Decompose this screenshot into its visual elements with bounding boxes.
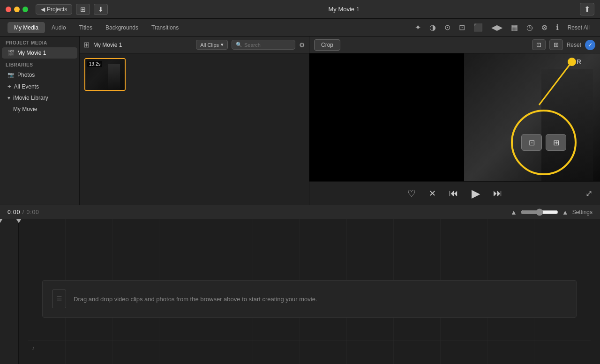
search-box: 🔍 [232, 40, 295, 50]
toolbar-icons: ✦ ◑ ⊙ ⊡ ⬛ ◀▶ ▦ ◷ ⊗ ℹ Reset All [412, 22, 592, 33]
volume-icon[interactable]: ◀▶ [489, 22, 505, 33]
settings-button[interactable]: Settings [572, 209, 592, 215]
sidebar-project-name: My Movie 1 [17, 50, 46, 56]
sidebar-item-my-movie[interactable]: My Movie [2, 104, 77, 115]
magic-wand-icon[interactable]: ✦ [412, 22, 423, 33]
drop-zone[interactable]: ☰ Drag and drop video clips and photos f… [42, 280, 577, 318]
tab-my-media[interactable]: My Media [8, 22, 45, 33]
fullscreen-button[interactable]: ⤢ [585, 188, 592, 199]
projects-label: Projects [47, 6, 67, 13]
play-icon: ▶ [472, 187, 480, 200]
sidebar-imovie-library-label: iMovie Library [13, 95, 48, 101]
speed-icon[interactable]: ◷ [524, 22, 535, 33]
photos-icon: 📷 [8, 72, 15, 78]
traffic-lights [6, 7, 28, 12]
tab-backgrounds[interactable]: Backgrounds [99, 22, 145, 33]
sidebar: PROJECT MEDIA 🎬 My Movie 1 LIBRARIES 📷 P… [0, 37, 80, 205]
sidebar-item-imovie-library[interactable]: ▾ iMovie Library [2, 92, 77, 104]
info-icon[interactable]: ℹ [554, 22, 561, 33]
sidebar-item-photos[interactable]: 📷 Photos [2, 69, 77, 81]
music-note-icon: ♪ [32, 345, 35, 351]
browser-header: ⊞ My Movie 1 All Clips ▾ 🔍 ⚙ [80, 37, 309, 53]
clips-dropdown[interactable]: All Clips ▾ [196, 40, 228, 50]
timeline-track-area[interactable]: ☰ Drag and drop video clips and photos f… [19, 219, 600, 364]
preview-controls: ♡ ✕ ⏮ ▶ ⏭ ⤢ [309, 181, 600, 205]
grid-toggle-button[interactable]: ⊞ [83, 40, 90, 49]
heart-icon: ♡ [407, 188, 416, 199]
projects-button[interactable]: ◀ Projects [36, 4, 72, 15]
share-button[interactable]: ⬆ [580, 3, 594, 15]
fill-button[interactable]: ⊞ [549, 39, 563, 50]
favorite-button[interactable]: ♡ [405, 186, 418, 201]
film-icon: 🎬 [8, 50, 15, 56]
fullscreen-icon: ⤢ [585, 189, 592, 198]
timeline-area: 0:00 / 0:00 ▲ ▲ Settings ☰ Drag and drop… [0, 205, 600, 364]
project-media-label: PROJECT MEDIA [0, 37, 79, 47]
fill-icon: ⊞ [554, 41, 559, 48]
crop-icon[interactable]: ⊡ [457, 22, 467, 33]
audio-strip: ♪ [28, 341, 591, 355]
clip-duration: 19.2s [87, 61, 102, 67]
nav-down-icon: ⬇ [98, 6, 104, 13]
nav-forward-button[interactable]: ⬇ [94, 4, 108, 15]
toolbar-tabs: My Media Audio Titles Backgrounds Transi… [8, 22, 185, 33]
reject-icon: ✕ [429, 189, 436, 198]
browser-panel: ⊞ My Movie 1 All Clips ▾ 🔍 ⚙ 19.2s [80, 37, 309, 205]
playhead-top [16, 219, 21, 223]
reset-button[interactable]: Reset [567, 42, 581, 48]
preview-toolbar: Crop ⊡ ⊞ Reset ✓ [309, 37, 600, 53]
titlebar-right: ⬆ [580, 3, 594, 15]
search-input[interactable] [244, 42, 291, 48]
color-balance-icon[interactable]: ◑ [427, 22, 438, 33]
equalizer-icon[interactable]: ▦ [509, 22, 520, 33]
reject-button[interactable]: ✕ [427, 186, 438, 201]
close-button[interactable] [6, 7, 11, 12]
maximize-button[interactable] [22, 7, 28, 12]
share-icon: ⬆ [584, 5, 590, 13]
noise-reduction-icon[interactable]: ⊗ [539, 22, 550, 33]
nav-grid-icon: ⊞ [80, 6, 86, 13]
clip-item[interactable]: 19.2s [84, 58, 126, 91]
dropdown-arrow-icon: ▾ [221, 42, 224, 48]
preview-actions-right: ⊡ ⊞ Reset ✓ [532, 39, 595, 50]
chevron-left-icon: ◀ [41, 6, 45, 13]
nav-back-button[interactable]: ⊞ [76, 4, 90, 15]
reset-all-button[interactable]: Reset All [565, 23, 592, 32]
browser-title: My Movie 1 [93, 42, 122, 48]
color-correction-icon[interactable]: ⊙ [442, 22, 453, 33]
checkmark-icon: ✓ [588, 42, 592, 48]
skip-forward-button[interactable]: ⏭ [491, 186, 504, 201]
titlebar: ◀ Projects ⊞ ⬇ My Movie 1 ⬆ [0, 0, 600, 19]
sidebar-photos-label: Photos [17, 72, 35, 78]
fit-button[interactable]: ⊡ [532, 39, 546, 50]
skip-back-icon: ⏮ [449, 188, 458, 198]
chevron-down-icon: ▾ [8, 95, 10, 101]
sidebar-all-events-label: All Events [14, 83, 39, 90]
sidebar-item-my-movie-1[interactable]: 🎬 My Movie 1 [2, 47, 77, 59]
skip-forward-icon: ⏭ [493, 188, 502, 198]
play-button[interactable]: ▶ [470, 185, 482, 202]
timeline-left-strip [0, 219, 19, 364]
toolbar: My Media Audio Titles Backgrounds Transi… [0, 19, 600, 37]
zoom-slider[interactable] [521, 208, 558, 216]
playhead-icon: ▲ [510, 208, 517, 216]
current-time: 0:00 [8, 209, 20, 215]
playhead-line [19, 219, 19, 364]
camera-icon[interactable]: ⬛ [471, 22, 485, 33]
browser-settings-button[interactable]: ⚙ [299, 41, 305, 49]
zoom-mountain-icon: ▲ [562, 208, 569, 216]
clips-label: All Clips [200, 42, 219, 48]
tab-transitions[interactable]: Transitions [145, 22, 185, 33]
sidebar-item-all-events[interactable]: + All Events [2, 81, 77, 92]
main-content: PROJECT MEDIA 🎬 My Movie 1 LIBRARIES 📷 P… [0, 37, 600, 205]
tab-audio[interactable]: Audio [45, 22, 73, 33]
fit-icon: ⊡ [536, 41, 541, 48]
preview-panel: Crop ⊡ ⊞ Reset ✓ R [309, 37, 600, 205]
crop-button[interactable]: Crop [314, 39, 340, 51]
minimize-button[interactable] [14, 7, 20, 12]
timeline-header: 0:00 / 0:00 ▲ ▲ Settings [0, 205, 600, 219]
skip-back-button[interactable]: ⏮ [447, 186, 460, 201]
tab-titles[interactable]: Titles [73, 22, 99, 33]
drop-zone-text: Drag and drop video clips and photos fro… [74, 296, 317, 303]
confirm-button[interactable]: ✓ [585, 40, 595, 50]
